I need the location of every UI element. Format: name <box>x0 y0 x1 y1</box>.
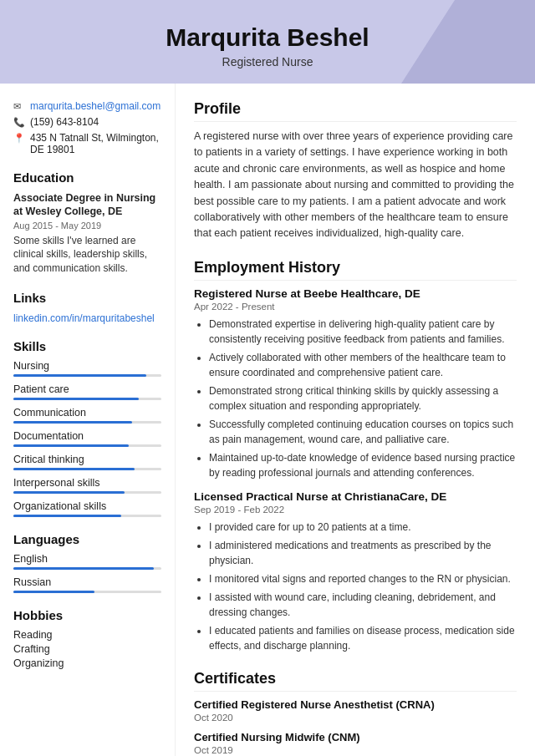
skills-list: Nursing Patient care Communication Docum… <box>13 360 161 517</box>
skill-bar-fill <box>13 468 135 470</box>
job-entry: Registered Nurse at Beebe Healthcare, DE… <box>194 287 517 480</box>
linkedin-link[interactable]: linkedin.com/in/marquritabeshel <box>13 312 155 324</box>
body-layout: ✉ marqurita.beshel@gmail.com 📞 (159) 643… <box>0 84 535 756</box>
skill-bar-bg <box>13 515 161 517</box>
job-bullets: Demonstrated expertise in delivering hig… <box>194 317 517 480</box>
language-bar-fill <box>13 591 94 593</box>
email-link[interactable]: marqurita.beshel@gmail.com <box>30 100 160 112</box>
employment-section: Employment History Registered Nurse at B… <box>194 259 517 653</box>
languages-list: English Russian <box>13 553 161 593</box>
skill-item: Nursing <box>13 360 161 377</box>
skill-name: Communication <box>13 407 161 419</box>
job-bullet: I educated patients and families on dise… <box>209 623 517 653</box>
job-title: Licensed Practical Nurse at ChristianaCa… <box>194 490 517 503</box>
contact-address: 📍 435 N Tatnall St, Wilmington, DE 19801 <box>13 132 161 155</box>
edu-desc: Some skills I've learned are clinical sk… <box>13 234 161 276</box>
main-content: Profile A registered nurse with over thr… <box>176 84 535 756</box>
skill-name: Organizational skills <box>13 500 161 512</box>
hobbies-list: ReadingCraftingOrganizing <box>13 629 161 669</box>
job-title: Registered Nurse at Beebe Healthcare, DE <box>194 287 517 300</box>
contact-phone: 📞 (159) 643-8104 <box>13 116 161 128</box>
contact-section: ✉ marqurita.beshel@gmail.com 📞 (159) 643… <box>13 100 161 155</box>
job-bullet: I assisted with wound care, including cl… <box>209 590 517 620</box>
skills-title: Skills <box>13 339 161 353</box>
cert-name: Certified Registered Nurse Anesthetist (… <box>194 698 517 711</box>
skills-section: Skills Nursing Patient care Communicatio… <box>13 339 161 517</box>
header: Marqurita Beshel Registered Nurse <box>0 0 535 84</box>
job-bullets: I provided care for up to 20 patients at… <box>194 520 517 653</box>
skill-name: Interpersonal skills <box>13 477 161 489</box>
candidate-title: Registered Nurse <box>17 55 518 68</box>
skill-bar-bg <box>13 468 161 470</box>
email-icon: ✉ <box>13 101 25 112</box>
skill-item: Critical thinking <box>13 454 161 470</box>
skill-item: Organizational skills <box>13 500 161 517</box>
education-title: Education <box>13 170 161 185</box>
skill-bar-bg <box>13 491 161 494</box>
profile-title: Profile <box>194 100 517 122</box>
sidebar: ✉ marqurita.beshel@gmail.com 📞 (159) 643… <box>0 84 176 756</box>
skill-name: Documentation <box>13 430 161 442</box>
candidate-name: Marqurita Beshel <box>17 23 518 52</box>
profile-section: Profile A registered nurse with over thr… <box>194 100 517 242</box>
language-item: Russian <box>13 576 161 593</box>
cert-name: Certified Nursing Midwife (CNM) <box>194 731 517 743</box>
contact-email: ✉ marqurita.beshel@gmail.com <box>13 100 161 112</box>
certs-list: Certified Registered Nurse Anesthetist (… <box>194 698 517 755</box>
certificates-title: Certificates <box>194 670 517 692</box>
skill-item: Interpersonal skills <box>13 477 161 494</box>
education-section: Education Associate Degree in Nursing at… <box>13 170 161 276</box>
language-name: English <box>13 553 161 565</box>
skill-bar-fill <box>13 374 146 377</box>
skill-bar-bg <box>13 421 161 424</box>
job-bullet: Demonstrated expertise in delivering hig… <box>209 317 517 347</box>
languages-title: Languages <box>13 532 161 546</box>
skill-name: Nursing <box>13 360 161 372</box>
skill-bar-bg <box>13 444 161 447</box>
skill-item: Documentation <box>13 430 161 447</box>
language-item: English <box>13 553 161 570</box>
hobbies-title: Hobbies <box>13 608 161 622</box>
hobby-item: Crafting <box>13 643 161 655</box>
phone-icon: 📞 <box>13 117 25 128</box>
skill-bar-fill <box>13 444 129 447</box>
skill-item: Patient care <box>13 383 161 400</box>
job-bullet: I provided care for up to 20 patients at… <box>209 520 517 535</box>
phone-text: (159) 643-8104 <box>30 116 99 128</box>
links-title: Links <box>13 291 161 305</box>
job-bullet: I monitored vital signs and reported cha… <box>209 571 517 586</box>
employment-title: Employment History <box>194 259 517 281</box>
language-name: Russian <box>13 576 161 588</box>
cert-entry: Certified Registered Nurse Anesthetist (… <box>194 698 517 723</box>
skill-item: Communication <box>13 407 161 424</box>
edu-degree: Associate Degree in Nursing at Wesley Co… <box>13 191 161 219</box>
profile-text: A registered nurse with over three years… <box>194 129 517 242</box>
job-bullet: Successfully completed continuing educat… <box>209 417 517 447</box>
hobby-item: Organizing <box>13 657 161 669</box>
job-bullet: I administered medications and treatment… <box>209 538 517 568</box>
job-bullet: Demonstrated strong critical thinking sk… <box>209 383 517 414</box>
skill-bar-bg <box>13 374 161 377</box>
skill-name: Critical thinking <box>13 454 161 465</box>
job-entry: Licensed Practical Nurse at ChristianaCa… <box>194 490 517 653</box>
address-text: 435 N Tatnall St, Wilmington, DE 19801 <box>30 132 161 155</box>
certificates-section: Certificates Certified Registered Nurse … <box>194 670 517 755</box>
location-icon: 📍 <box>13 133 25 144</box>
job-date: Apr 2022 - Present <box>194 302 517 312</box>
linkedin-link-item: linkedin.com/in/marquritabeshel <box>13 312 161 324</box>
jobs-list: Registered Nurse at Beebe Healthcare, DE… <box>194 287 517 653</box>
skill-name: Patient care <box>13 383 161 395</box>
cert-entry: Certified Nursing Midwife (CNM) Oct 2019 <box>194 731 517 755</box>
cert-date: Oct 2020 <box>194 713 517 723</box>
language-bar-bg <box>13 567 161 570</box>
job-date: Sep 2019 - Feb 2022 <box>194 505 517 515</box>
skill-bar-fill <box>13 421 132 424</box>
job-bullet: Maintained up-to-date knowledge of evide… <box>209 450 517 480</box>
skill-bar-fill <box>13 398 139 400</box>
hobby-item: Reading <box>13 629 161 641</box>
languages-section: Languages English Russian <box>13 532 161 593</box>
links-section: Links linkedin.com/in/marquritabeshel <box>13 291 161 324</box>
skill-bar-fill <box>13 491 125 494</box>
skill-bar-fill <box>13 515 121 517</box>
language-bar-bg <box>13 591 161 593</box>
